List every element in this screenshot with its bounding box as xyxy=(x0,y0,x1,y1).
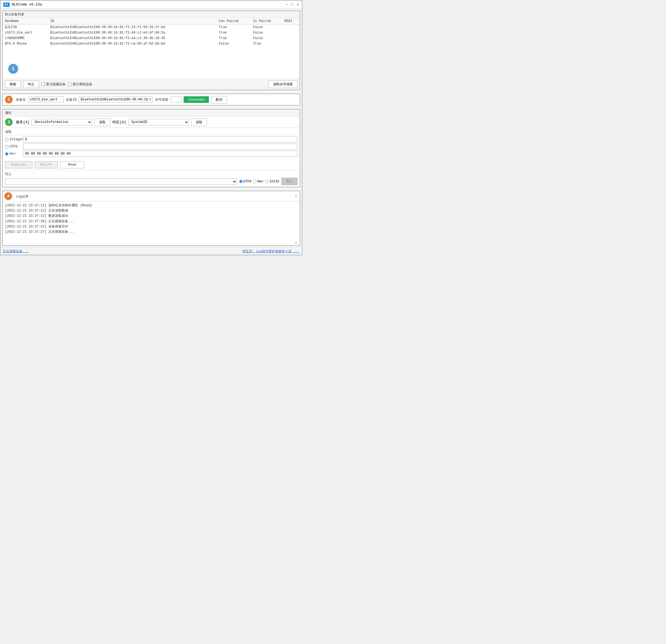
status-left[interactable]: 正在搜索设备... xyxy=(3,249,29,254)
col-can-paired: Can Paired xyxy=(216,18,251,24)
read-subsection-label: 读取 xyxy=(5,130,297,135)
utf8-row: UTF8 xyxy=(5,143,297,150)
read-subsection: 读取 Integer UTF8 Hex xyxy=(3,128,300,159)
utf8-write-radio[interactable] xyxy=(239,180,243,183)
device-list-controls: 搜索 停止 显示隐藏设备 显示离线设备 读取信号强度 xyxy=(3,79,300,90)
col-id: ID xyxy=(48,18,216,24)
attr-header: 属性 xyxy=(3,109,300,117)
cell-rssi xyxy=(282,35,300,41)
search-button[interactable]: 搜索 xyxy=(5,81,21,88)
cell-id: BluetoothLE#BluetoothLE80:30:49:1b:81:f2… xyxy=(48,35,216,41)
log-entry: [2021-12-21 23:37:22] 设备搜索完毕 xyxy=(5,224,297,230)
write-label: 写入 xyxy=(5,172,297,176)
cell-is-paired: False xyxy=(251,24,282,30)
main-window: BT BLEComm v0.23a — □ ✕ BLE设备列表 DevName … xyxy=(0,0,302,255)
char-read-button[interactable]: 读取 xyxy=(191,119,207,126)
service-read-button[interactable]: 读取 xyxy=(94,119,110,126)
cell-devname: LYWSDO3MMC xyxy=(3,35,48,41)
char-select[interactable]: SystemID xyxy=(128,119,189,125)
scroll-up-icon[interactable]: ⇧ xyxy=(295,193,300,199)
integer-value-input[interactable] xyxy=(23,136,297,142)
write-row: UTF8 Hex Int32 写入 xyxy=(5,178,297,185)
maximize-button[interactable]: □ xyxy=(291,2,293,7)
device-name-input[interactable] xyxy=(28,97,64,103)
log-entry: [2021-12-21 23:37:27] 正在搜索设备... xyxy=(5,230,297,235)
badge-1-container: 1 xyxy=(6,62,20,76)
col-rssi: RSSI xyxy=(282,18,300,24)
device-name-label: 设备名 xyxy=(16,97,26,102)
signal-input[interactable] xyxy=(171,97,181,103)
hex-value-input[interactable] xyxy=(23,151,297,157)
device-id-input[interactable] xyxy=(78,97,153,103)
write-select[interactable] xyxy=(5,178,237,185)
attributes-section: 属性 3 服务[4] DeviceInformation 读取 特征[9] Sy… xyxy=(2,109,300,187)
cell-can-paired: True xyxy=(216,30,251,35)
window-controls: — □ ✕ xyxy=(285,2,299,7)
hex-radio[interactable] xyxy=(5,152,8,156)
scroll-down-icon[interactable]: ⇩ xyxy=(295,240,300,245)
cell-can-paired: True xyxy=(216,35,251,41)
title-bar: BT BLEComm v0.23a — □ ✕ xyxy=(1,1,302,9)
hex-row: Hex xyxy=(5,151,297,157)
service-label: 服务[4] xyxy=(16,120,30,125)
integer-radio-label[interactable]: Integer xyxy=(5,138,21,141)
log-entry: [2021-12-21 23:37:12] 数据读取成功 xyxy=(5,214,297,219)
col-devname: DevName xyxy=(3,18,48,24)
col-is-paired: Is Paired xyxy=(251,18,282,24)
cell-rssi xyxy=(282,30,300,35)
log-entry: [2021-12-21 23:37:20] 正在搜索设备... xyxy=(5,219,297,224)
int32-write-label[interactable]: Int32 xyxy=(265,180,279,184)
window-title: BLEComm v0.23a xyxy=(12,2,283,6)
cell-is-paired: True xyxy=(251,41,282,47)
utf8-value-input[interactable] xyxy=(23,143,297,150)
ble-device-list-section: BLE设备列表 DevName ID Can Paired Is Paired … xyxy=(2,11,300,90)
step-badge-1: 1 xyxy=(8,64,18,74)
connected-button[interactable]: Connected xyxy=(183,96,209,103)
write-subsection: 写入 UTF8 Hex Int32 xyxy=(3,170,300,187)
utf8-radio-label[interactable]: UTF8 xyxy=(5,145,21,149)
hex-write-label[interactable]: Hex xyxy=(253,180,263,184)
step-badge-4: 4 xyxy=(4,192,12,200)
int32-write-radio[interactable] xyxy=(265,180,268,183)
notify-button[interactable]: Notify xyxy=(35,161,58,168)
cell-devname: BT4.0 Mouse xyxy=(3,41,48,47)
char-label: 特征[9] xyxy=(112,120,126,125)
signal-label: 信号强度 xyxy=(155,97,168,102)
log-entry: [2021-12-21 23:37:12] 正在读取数据 xyxy=(5,208,297,214)
table-row[interactable]: ch573_ble_uart BluetoothLE#BluetoothLE80… xyxy=(3,30,300,35)
close-button[interactable]: ✕ xyxy=(297,2,299,7)
cell-rssi xyxy=(282,41,300,47)
status-right[interactable]: 淘宝店: Lua技术爱好者服务小店 ... xyxy=(242,249,300,254)
show-hidden-checkbox[interactable] xyxy=(41,83,45,86)
indicate-button[interactable]: Indicate xyxy=(5,161,32,168)
cell-is-paired: False xyxy=(251,30,282,35)
service-char-row: 3 服务[4] DeviceInformation 读取 特征[9] Syste… xyxy=(3,117,300,128)
table-row[interactable]: LYWSDO3MMC BluetoothLE#BluetoothLE80:30:… xyxy=(3,35,300,41)
cell-id: BluetoothLE#BluetoothLE80:30:49:1b:81:f2… xyxy=(48,30,216,35)
show-offline-checkbox-label[interactable]: 显示离线设备 xyxy=(68,82,92,87)
stop-button[interactable]: 停止 xyxy=(23,81,39,88)
integer-row: Integer xyxy=(5,136,297,142)
read-signal-button[interactable]: 读取信号强度 xyxy=(268,81,297,88)
step-badge-2: 2 xyxy=(5,96,13,103)
log-content: [2021-12-21 23:37:12] 该特征支持操作属性 {Read}[2… xyxy=(3,201,300,245)
read-button[interactable]: Read xyxy=(60,161,84,168)
hex-write-radio[interactable] xyxy=(253,180,257,183)
action-buttons-row: Indicate Notify Read xyxy=(3,159,300,170)
status-bar: 正在搜索设备... 淘宝店: Lua技术爱好者服务小店 ... xyxy=(1,248,302,255)
table-row[interactable]: BT4.0 Mouse BluetoothLE#BluetoothLE80:30… xyxy=(3,41,300,47)
write-button[interactable]: 写入 xyxy=(281,178,297,185)
hex-radio-label[interactable]: Hex xyxy=(5,152,21,156)
minimize-button[interactable]: — xyxy=(285,2,288,7)
cell-devname: QJLF30 xyxy=(3,24,48,30)
integer-radio[interactable] xyxy=(5,138,8,141)
cell-can-paired: True xyxy=(216,24,251,30)
service-select[interactable]: DeviceInformation xyxy=(32,119,92,125)
utf8-write-label[interactable]: UTF8 xyxy=(239,180,251,184)
table-row[interactable]: QJLF30 BluetoothLE#BluetoothLE80:30:49:1… xyxy=(3,24,300,30)
app-icon: BT xyxy=(3,2,10,7)
pair-button[interactable]: 配对 xyxy=(211,96,227,103)
utf8-radio[interactable] xyxy=(5,145,8,149)
show-hidden-checkbox-label[interactable]: 显示隐藏设备 xyxy=(41,82,66,87)
show-offline-checkbox[interactable] xyxy=(68,83,71,86)
